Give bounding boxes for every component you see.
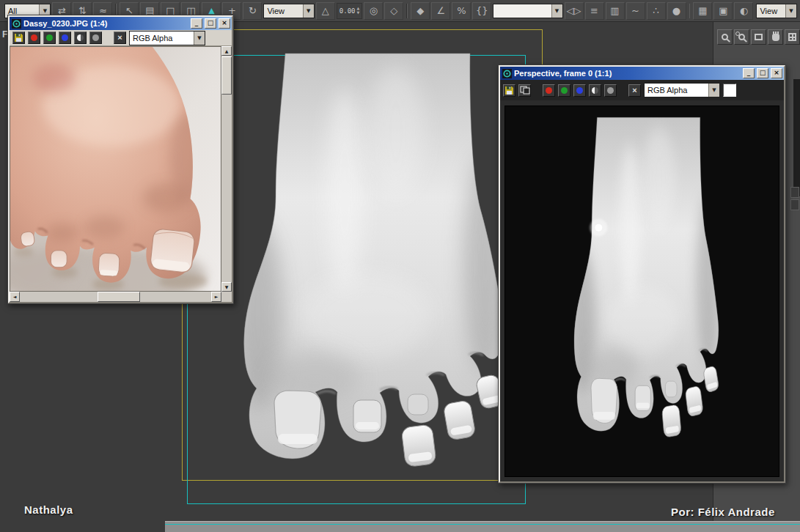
clone-rendered-frame-button[interactable]: [518, 84, 531, 97]
angle-snap-button[interactable]: ∠: [431, 2, 450, 20]
foot-model[interactable]: [233, 53, 507, 468]
zoom-icon: [722, 34, 728, 40]
select-and-manipulate-icon: ◇: [390, 6, 397, 15]
zoom-all-button[interactable]: [734, 29, 749, 45]
scroll-right-button[interactable]: ►: [211, 292, 221, 302]
scroll-down-button[interactable]: ▼: [221, 282, 232, 292]
max-logo-icon: [502, 68, 512, 78]
dropdown-arrow-icon[interactable]: ▼: [785, 4, 796, 18]
vertical-scroll-thumb[interactable]: [221, 56, 232, 95]
green-channel-button[interactable]: [43, 32, 56, 44]
zoom-all-icon: [738, 34, 745, 40]
scroll-up-button[interactable]: ▲: [221, 46, 232, 56]
up-arrow-icon: ▲: [208, 7, 214, 15]
green-channel-icon: [561, 87, 568, 94]
horizontal-scrollbar[interactable]: ◄ ►: [10, 292, 221, 302]
align-button[interactable]: ≡: [585, 2, 604, 20]
zoom-button[interactable]: [717, 29, 733, 45]
dropdown-arrow-icon[interactable]: ▼: [194, 32, 205, 45]
use-pivot-center-button[interactable]: ◎: [364, 2, 383, 20]
quick-render-icon: ◐: [740, 6, 748, 15]
perspective-render[interactable]: [504, 106, 779, 477]
channel-display-value: RGB Alpha: [130, 32, 194, 45]
select-and-scale-button[interactable]: △: [316, 2, 335, 20]
panel-flyout-button-2[interactable]: [790, 199, 799, 210]
spinner-arrows[interactable]: ▲ ▼: [357, 7, 360, 15]
panel-flyout-button[interactable]: [790, 187, 799, 198]
scroll-up-icon: ▲: [225, 48, 229, 53]
maximize-button[interactable]: □: [205, 18, 216, 29]
credit-right: Por: Félix Andrade: [671, 506, 775, 518]
channel-display-value: RGB Alpha: [645, 84, 708, 97]
zoom-extents-button[interactable]: [751, 29, 766, 45]
named-selection-dropdown[interactable]: ▼: [493, 4, 562, 18]
red-channel-button[interactable]: [543, 84, 555, 97]
save-bitmap-button[interactable]: [12, 32, 25, 44]
scroll-right-icon: ►: [215, 294, 219, 299]
perspective-titlebar[interactable]: Perspective, frame 0 (1:1) _ □ ×: [500, 67, 784, 80]
dassy-image[interactable]: [10, 46, 221, 292]
channel-display-dropdown[interactable]: RGB Alpha ▼: [129, 31, 205, 45]
scroll-left-button[interactable]: ◄: [10, 292, 20, 302]
rendered-frame-button[interactable]: ▣: [713, 2, 733, 20]
rendered-frame-icon: ▣: [719, 6, 727, 15]
clone-icon: [520, 86, 530, 95]
snap-toggle-button[interactable]: ◆: [411, 2, 430, 20]
layer-manager-button[interactable]: ▥: [606, 2, 625, 20]
close-button[interactable]: ×: [219, 18, 230, 29]
view-dropdown-right[interactable]: View ▼: [756, 4, 797, 18]
toolbar-separator: [689, 4, 691, 18]
dropdown-arrow-icon[interactable]: ▼: [303, 4, 314, 18]
scrollbar-corner: [221, 292, 232, 302]
percent-snap-icon: %: [457, 6, 466, 15]
dassy-image-frame: ▲ ▼ ◄ ►: [10, 46, 232, 302]
background-color-swatch[interactable]: [723, 84, 736, 97]
monochrome-button[interactable]: [604, 84, 617, 97]
perspective-title: Perspective, frame 0 (1:1): [514, 69, 741, 78]
render-setup-button[interactable]: ▦: [693, 2, 712, 20]
maximize-button[interactable]: □: [757, 68, 768, 78]
close-button[interactable]: ×: [771, 68, 782, 78]
alpha-channel-button[interactable]: [589, 84, 601, 97]
dassy-titlebar[interactable]: Dassy_0230.JPG (1:4) _ □ ×: [10, 17, 232, 30]
channel-display-dropdown[interactable]: RGB Alpha ▼: [644, 83, 720, 97]
monochrome-button[interactable]: [89, 32, 102, 44]
view-right-value: View: [757, 4, 785, 18]
reference-coordsys-dropdown[interactable]: View ▼: [263, 4, 314, 18]
dropdown-arrow-icon[interactable]: ▼: [708, 84, 719, 97]
select-and-rotate-button[interactable]: ↻: [243, 2, 262, 20]
spinner-down-icon[interactable]: ▼: [357, 11, 360, 15]
clear-button[interactable]: ×: [628, 84, 641, 97]
percent-snap-button[interactable]: %: [452, 2, 471, 20]
save-bitmap-button[interactable]: [503, 84, 515, 97]
alpha-channel-button[interactable]: [74, 32, 87, 44]
dropdown-arrow-icon[interactable]: ▼: [551, 4, 562, 18]
curve-editor-button[interactable]: ~: [626, 2, 645, 20]
horizontal-scroll-thumb[interactable]: [98, 292, 140, 302]
mirror-button[interactable]: ◁▷: [565, 2, 584, 20]
select-and-manipulate-button[interactable]: ◇: [384, 2, 403, 20]
blue-channel-button[interactable]: [573, 84, 586, 97]
transform-offset-spinner[interactable]: 0.00 ▲ ▼: [337, 3, 363, 19]
clear-button[interactable]: ×: [114, 32, 126, 44]
credit-left: Nathalya: [24, 503, 73, 516]
blue-channel-icon: [576, 87, 583, 94]
dassy-title: Dassy_0230.JPG (1:4): [23, 19, 188, 28]
blue-channel-button[interactable]: [59, 32, 71, 44]
schematic-view-button[interactable]: ∴: [647, 2, 666, 20]
material-editor-button[interactable]: ●: [667, 2, 686, 20]
keyboard-override-button[interactable]: {}: [472, 2, 491, 20]
pan-icon: [772, 34, 779, 41]
green-channel-button[interactable]: [558, 84, 570, 97]
min-max-toggle-button[interactable]: [785, 29, 800, 45]
red-channel-icon: [546, 87, 552, 94]
red-channel-button[interactable]: [28, 32, 40, 44]
minimize-button[interactable]: _: [191, 18, 202, 29]
zoom-extents-icon: [755, 34, 763, 40]
minimize-button[interactable]: _: [743, 68, 755, 78]
scroll-down-icon: ▼: [225, 284, 229, 289]
rendered-foot: [568, 117, 721, 437]
quick-render-button[interactable]: ◐: [734, 2, 753, 20]
vertical-scrollbar[interactable]: ▲ ▼: [221, 46, 232, 292]
pan-button[interactable]: [768, 29, 783, 45]
